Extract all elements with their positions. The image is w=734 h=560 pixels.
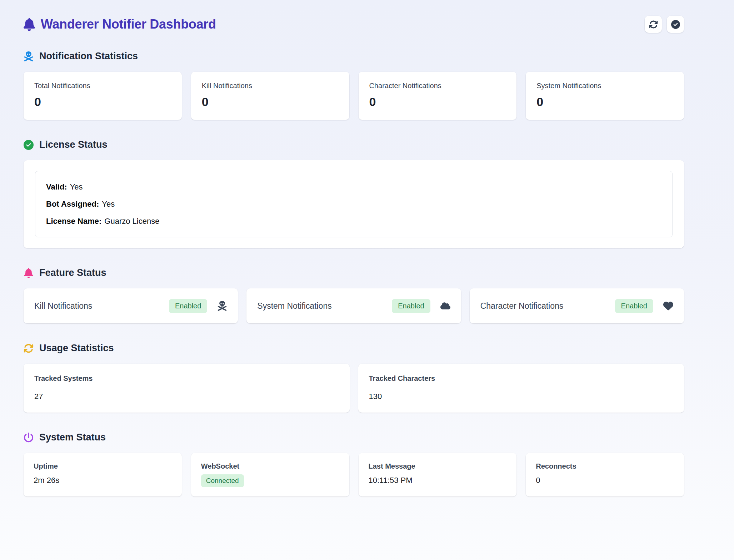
bell-icon (24, 18, 35, 31)
heart-icon (663, 301, 673, 311)
page-title: Wanderer Notifier Dashboard (41, 17, 216, 32)
power-icon (24, 433, 34, 443)
system-label: Uptime (34, 462, 172, 470)
stat-value: 0 (34, 95, 171, 109)
license-field-label: Bot Assigned: (46, 200, 99, 208)
license-field-value: Yes (70, 182, 83, 191)
refresh-icon (649, 20, 658, 29)
system-label: Reconnects (536, 462, 674, 470)
license-details-box: Valid:Yes Bot Assigned:Yes License Name:… (35, 171, 673, 237)
stat-card-character-notifications: Character Notifications 0 (359, 72, 517, 120)
status-badge: Enabled (392, 299, 430, 313)
feature-label: Character Notifications (480, 301, 615, 311)
stat-card-kill-notifications: Kill Notifications 0 (191, 72, 349, 120)
websocket-status-badge: Connected (201, 474, 244, 487)
usage-card-tracked-systems: Tracked Systems 27 (24, 364, 350, 413)
license-bot-assigned-row: Bot Assigned:Yes (46, 198, 661, 210)
header: Wanderer Notifier Dashboard (24, 16, 684, 33)
feature-card-character-notifications: Character Notifications Enabled (470, 288, 684, 323)
usage-card-tracked-characters: Tracked Characters 130 (358, 364, 684, 413)
license-field-value: Yes (102, 200, 115, 208)
cloud-icon (440, 301, 450, 311)
stat-value: 0 (202, 95, 339, 109)
check-circle-icon (671, 20, 680, 29)
check-circle-icon (24, 140, 34, 150)
section-usage-statistics: Usage Statistics Tracked Systems 27 Trac… (24, 343, 684, 413)
stat-label: System Notifications (536, 82, 673, 90)
section-heading-usage-statistics: Usage Statistics (24, 343, 684, 354)
usage-value: 130 (369, 392, 674, 401)
refresh-icon (24, 343, 34, 353)
system-card-uptime: Uptime 2m 26s (24, 453, 182, 496)
license-card: Valid:Yes Bot Assigned:Yes License Name:… (24, 160, 684, 248)
feature-label: System Notifications (257, 301, 392, 311)
system-card-reconnects: Reconnects 0 (526, 453, 684, 496)
section-title: Usage Statistics (39, 343, 114, 354)
skull-crossbones-icon (217, 301, 227, 311)
status-badge: Enabled (615, 299, 653, 313)
refresh-button[interactable] (645, 16, 662, 33)
section-heading-feature-status: Feature Status (24, 267, 684, 278)
license-field-value: Guarzo License (104, 217, 159, 226)
status-check-button[interactable] (667, 16, 684, 33)
stat-label: Total Notifications (34, 82, 171, 90)
section-title: Notification Statistics (39, 51, 138, 62)
stat-label: Character Notifications (369, 82, 506, 90)
feature-card-kill-notifications: Kill Notifications Enabled (24, 288, 238, 323)
usage-label: Tracked Systems (34, 374, 339, 383)
bell-icon (24, 268, 34, 278)
dashboard-page: Wanderer Notifier Dashboard Notification… (24, 0, 684, 496)
stat-card-system-notifications: System Notifications 0 (526, 72, 684, 120)
section-title: System Status (39, 432, 106, 443)
feature-label: Kill Notifications (34, 301, 169, 311)
system-value: 2m 26s (34, 476, 172, 485)
section-heading-license-status: License Status (24, 139, 684, 150)
section-title: Feature Status (39, 267, 106, 278)
license-field-label: License Name: (46, 217, 101, 226)
usage-value: 27 (34, 392, 339, 401)
stat-label: Kill Notifications (202, 82, 339, 90)
stat-value: 0 (369, 95, 506, 109)
system-value: 10:11:53 PM (369, 476, 507, 485)
section-system-status: System Status Uptime 2m 26s WebSocket Co… (24, 432, 684, 496)
system-card-last-message: Last Message 10:11:53 PM (359, 453, 517, 496)
section-heading-notification-statistics: Notification Statistics (24, 51, 684, 62)
license-valid-row: Valid:Yes (46, 181, 661, 193)
status-badge: Enabled (169, 299, 207, 313)
section-title: License Status (39, 139, 108, 150)
stat-card-total-notifications: Total Notifications 0 (24, 72, 182, 120)
feature-card-system-notifications: System Notifications Enabled (246, 288, 461, 323)
license-field-label: Valid: (46, 182, 67, 191)
section-notification-statistics: Notification Statistics Total Notificati… (24, 51, 684, 120)
section-heading-system-status: System Status (24, 432, 684, 443)
system-value: 0 (536, 476, 674, 485)
usage-label: Tracked Characters (369, 374, 674, 383)
license-name-row: License Name:Guarzo License (46, 216, 661, 227)
system-label: WebSocket (201, 462, 339, 470)
system-label: Last Message (369, 462, 507, 470)
system-card-websocket: WebSocket Connected (191, 453, 349, 496)
skull-crossbones-icon (24, 51, 34, 61)
section-license-status: License Status Valid:Yes Bot Assigned:Ye… (24, 139, 684, 248)
section-feature-status: Feature Status Kill Notifications Enable… (24, 267, 684, 323)
stat-value: 0 (536, 95, 673, 109)
